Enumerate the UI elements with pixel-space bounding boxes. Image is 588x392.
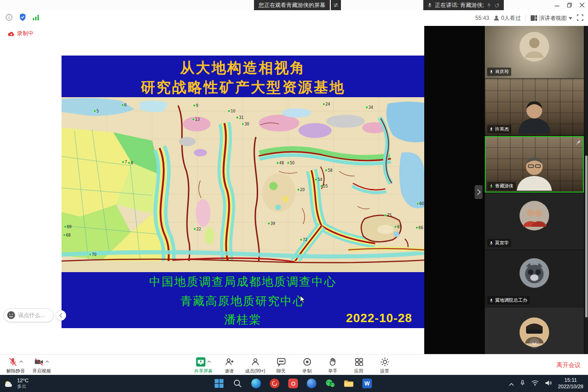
tray-wifi-icon[interactable]	[531, 380, 539, 388]
viewers-count[interactable]: 0人看过	[494, 14, 521, 22]
netease-music-icon[interactable]	[269, 378, 280, 389]
apps-button[interactable]: 应用	[346, 356, 372, 374]
chat-placeholder: 说点什么...	[18, 311, 45, 319]
taskbar-weather[interactable]: 12°C 多云	[4, 375, 29, 392]
svg-text:6: 6	[124, 103, 127, 107]
recording-label: 录制中	[17, 30, 34, 37]
slide-org-line2: 青藏高原地质研究中心	[62, 293, 424, 309]
chat-collapse-button[interactable]	[56, 310, 66, 321]
video-options-caret[interactable]	[45, 360, 50, 363]
tray-expand-icon[interactable]	[509, 380, 514, 388]
wechat-icon[interactable]	[325, 378, 335, 389]
taskbar-clock[interactable]: 15:11 2022/10/28	[558, 377, 583, 390]
chat-button[interactable]: 聊天	[268, 356, 294, 374]
svg-text:54: 54	[318, 178, 322, 182]
mic-icon	[489, 298, 493, 303]
word-icon[interactable]: W	[362, 378, 372, 389]
svg-text:7: 7	[125, 160, 127, 164]
window-controls	[551, 0, 588, 10]
chat-icon	[276, 357, 286, 367]
speaker-view-icon	[531, 15, 537, 21]
participant-name-badge: 许英杰	[487, 125, 511, 133]
mic-icon	[489, 241, 493, 246]
svg-text:60: 60	[420, 202, 424, 206]
minimize-button[interactable]	[551, 0, 563, 10]
svg-text:58: 58	[328, 168, 333, 173]
sidebar-scrollbar[interactable]	[585, 26, 588, 354]
participant-tile[interactable]: 肖庆玲	[485, 26, 584, 78]
members-icon	[250, 357, 260, 367]
svg-text:22: 22	[197, 227, 201, 231]
start-video-button[interactable]: 开启视频	[29, 356, 55, 374]
pin-icon[interactable]	[576, 138, 581, 147]
watching-banner: 您正在观看青藏游侠的屏幕	[254, 0, 341, 10]
fullscreen-icon[interactable]	[577, 14, 583, 22]
invite-button[interactable]: 邀请	[217, 356, 242, 374]
next-slide-button[interactable]	[475, 185, 483, 199]
unmute-button[interactable]: 解除静音	[3, 356, 29, 374]
apps-grid-icon	[354, 357, 364, 367]
weather-temp: 12°C	[17, 378, 29, 384]
toolbar-divider	[526, 15, 526, 22]
close-button[interactable]	[576, 0, 588, 10]
restore-button[interactable]	[563, 0, 576, 10]
participant-tile[interactable]: 莫宣学	[485, 193, 584, 249]
participant-name-badge: 冀地调院总工办	[487, 296, 530, 305]
raise-hand-button[interactable]: 举手	[320, 356, 346, 374]
participant-tile[interactable]: 许英杰	[485, 79, 584, 136]
speaking-banner-text: 正在讲话: 青藏游侠;	[435, 1, 484, 9]
mic-icon	[489, 184, 493, 189]
scroll-more-button[interactable]	[529, 338, 539, 348]
scrollbar-thumb[interactable]	[585, 156, 588, 317]
speaker-mic-icon	[427, 2, 432, 8]
mic-options-caret[interactable]	[19, 360, 24, 363]
participant-name: 青藏游侠	[495, 183, 514, 189]
svg-text:68: 68	[66, 233, 71, 237]
edge-browser-icon[interactable]	[251, 378, 261, 389]
mic-icon	[489, 127, 493, 132]
svg-text:50: 50	[290, 161, 295, 165]
participant-tile[interactable]: 冀地调院总工办	[485, 250, 584, 307]
search-icon[interactable]	[232, 378, 243, 389]
tray-volume-icon[interactable]	[545, 380, 552, 388]
file-explorer-icon[interactable]	[343, 378, 354, 389]
leave-meeting-button[interactable]: 离开会议	[557, 355, 581, 375]
switch-screen-icon[interactable]	[331, 0, 341, 10]
participant-name-badge: 肖庆玲	[487, 68, 511, 76]
participant-name: 冀地调院总工办	[495, 297, 527, 304]
settings-button[interactable]: 设置	[372, 356, 398, 374]
chat-input[interactable]: 说点什么...	[4, 308, 54, 322]
svg-text:69: 69	[67, 225, 72, 229]
cloudy-weather-icon	[4, 380, 14, 387]
tray-mic-icon[interactable]	[520, 380, 525, 388]
svg-text:55: 55	[323, 184, 328, 188]
record-button[interactable]: 录制	[294, 356, 320, 374]
participant-tile-speaking[interactable]: 青藏游侠	[485, 136, 584, 193]
network-signal-icon[interactable]	[33, 14, 39, 22]
share-screen-label: 共享屏幕	[194, 368, 213, 374]
svg-text:9: 9	[196, 104, 198, 108]
recording-indicator: 录制中	[7, 30, 34, 37]
start-button[interactable]	[214, 378, 224, 389]
windows-taskbar: 12°C 多云 W	[0, 375, 588, 392]
info-icon[interactable]	[6, 14, 12, 23]
share-screen-button[interactable]: 共享屏幕	[191, 356, 217, 374]
participant-name: 莫宣学	[495, 240, 509, 246]
svg-text:34: 34	[369, 106, 373, 110]
shared-screen-area: 录制中 从大地构造相视角 研究战略性矿产大型资源基地	[0, 26, 485, 354]
view-mode-selector[interactable]: 演讲者视图	[531, 14, 572, 22]
red-app-icon[interactable]	[288, 378, 298, 389]
svg-text:66: 66	[419, 226, 423, 230]
security-shield-icon[interactable]	[19, 13, 26, 23]
presentation-slide: 从大地构造相视角 研究战略性矿产大型资源基地	[62, 56, 424, 328]
unmute-label: 解除静音	[6, 368, 25, 374]
members-button[interactable]: 成员(99+)	[242, 356, 268, 374]
blue-app-icon[interactable]	[306, 378, 317, 389]
share-options-caret[interactable]	[207, 360, 211, 363]
reaction-hand-icon[interactable]	[487, 3, 492, 8]
undo-icon[interactable]	[495, 3, 500, 8]
svg-text:10: 10	[231, 109, 235, 113]
chevron-down-icon	[569, 17, 572, 19]
participant-name: 许英杰	[495, 126, 509, 132]
meeting-window: 您正在观看青藏游侠的屏幕 正在讲话: 青藏游侠;	[0, 0, 588, 392]
